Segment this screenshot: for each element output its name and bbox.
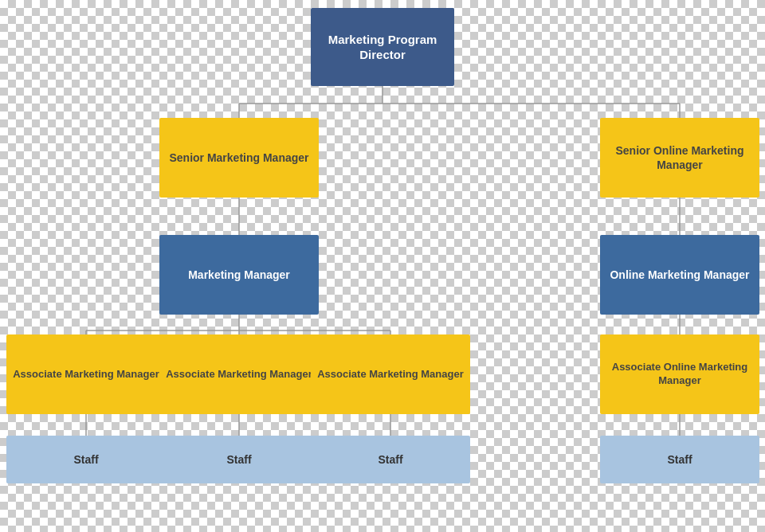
staff3-box: Staff [311, 436, 470, 483]
online-manager-box: Online Marketing Manager [600, 235, 759, 315]
senior-online-box: Senior Online Marketing Manager [600, 118, 759, 198]
assoc3-box: Associate Marketing Manager [311, 334, 470, 414]
assoc-online-box: Associate Online Marketing Manager [600, 334, 759, 414]
director-box: Marketing Program Director [311, 8, 454, 86]
assoc1-box: Associate Marketing Manager [6, 334, 166, 414]
staff2-box: Staff [159, 436, 319, 483]
org-chart: Marketing Program Director Senior Market… [0, 0, 765, 532]
marketing-manager-box: Marketing Manager [159, 235, 319, 315]
assoc2-box: Associate Marketing Manager [159, 334, 319, 414]
staff1-box: Staff [6, 436, 166, 483]
senior-marketing-box: Senior Marketing Manager [159, 118, 319, 198]
staff4-box: Staff [600, 436, 759, 483]
